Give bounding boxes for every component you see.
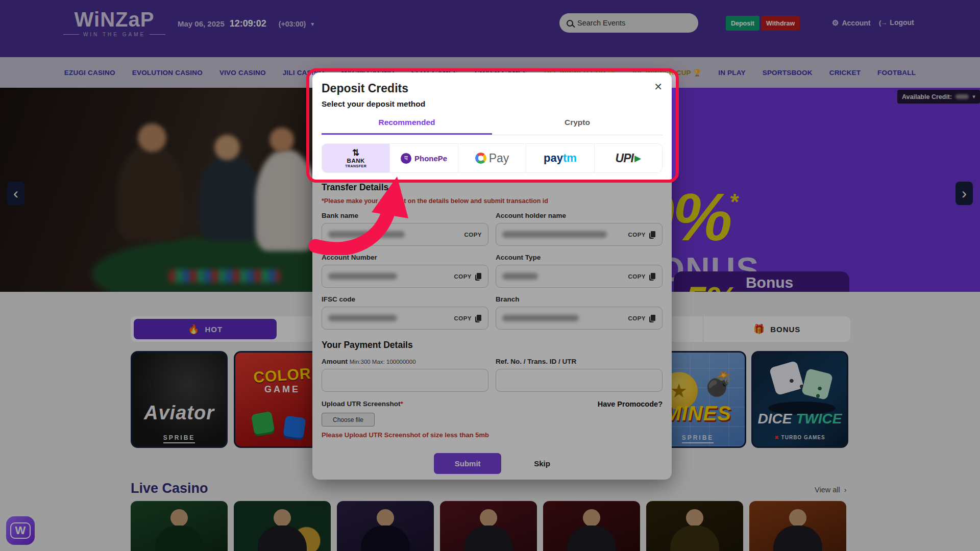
field-amount: Amount Min:300 Max: 100000000 [322,358,488,392]
copy-button[interactable]: COPY [454,314,482,322]
search-bar[interactable] [559,13,698,33]
copy-button[interactable]: COPY [454,272,482,281]
method-gpay[interactable]: Pay [458,144,526,172]
choose-file-button[interactable]: Choose file [322,413,375,427]
copy-button[interactable]: COPY [464,232,482,238]
close-icon[interactable]: ✕ [654,81,663,93]
copy-button[interactable]: COPY [628,314,656,322]
field-account-number: Account Number COPY [322,254,488,288]
method-bank-transfer[interactable]: ⇅ BANK TRANSFER [322,144,390,172]
field-branch: Branch COPY [496,295,663,330]
date-text: May 06, 2025 [178,19,225,28]
tab-crypto[interactable]: Crypto [492,118,663,135]
tab-hot[interactable]: 🔥 HOT [134,319,277,339]
masked-credit-value [955,94,969,99]
upload-warning: Please Upload UTR Screenshot of size les… [322,431,663,439]
amount-hint: Min:300 Max: 100000000 [350,359,416,365]
logo-title: WiNZaP [63,8,165,31]
live-casino-card[interactable] [440,501,537,551]
copy-icon [475,272,482,281]
support-chat-button[interactable]: W [6,516,35,545]
masked-value [328,315,397,321]
logo-tagline: WIN THE GAME [63,32,165,37]
required-asterisk: * [401,400,403,408]
nav-item-evolution-casino[interactable]: EVOLUTION CASINO [132,69,203,77]
account-link[interactable]: ⚙ Account [832,18,870,28]
nav-item-sportsbook[interactable]: SPORTSBOOK [763,69,813,77]
nav-item-in-play[interactable]: IN PLAY [718,69,745,77]
live-casino-title: Live Casino [131,481,208,496]
transfer-fields: Bank name COPY Account holder name COPY … [322,212,663,330]
game-card-dice-twice[interactable]: DICE TWICE ✖ TURBO GAMES [751,351,848,448]
deposit-button[interactable]: Deposit [726,16,760,31]
amount-input[interactable] [322,369,488,392]
chevron-down-icon[interactable]: ▾ [311,20,314,28]
tab-recommended[interactable]: Recommended [322,118,492,135]
copy-icon [649,272,656,281]
game-card-aviator[interactable]: Aviator SPRIBE [131,351,228,448]
masked-value [328,273,397,280]
deposit-modal: Deposit Credits ✕ Select your deposit me… [312,72,672,480]
live-casino-card[interactable] [646,501,743,551]
nav-item-cricket[interactable]: CRICKET [829,69,861,77]
live-casino-card[interactable] [543,501,640,551]
copy-button[interactable]: COPY [628,231,656,239]
logout-icon: (→ [879,19,887,27]
fire-icon: 🔥 [188,323,200,335]
refill-text: BonusOn Each Refill [746,274,838,292]
available-credit-label: Available Credit: [902,93,952,101]
nav-item-ezugi-casino[interactable]: EZUGI CASINO [64,69,115,77]
winzap-logo-icon: W [10,522,31,539]
upload-label: Upload UTR Screenshot* [322,400,403,408]
method-upi[interactable]: UPI ▶ [595,144,662,172]
gift-icon: 🎁 [753,323,765,335]
payment-fields: Amount Min:300 Max: 100000000 Ref. No. /… [322,358,663,392]
chevron-down-icon: ▾ [972,93,975,100]
carousel-next-button[interactable]: › [955,182,973,205]
field-account-holder: Account holder name COPY [496,212,663,246]
green-block [251,411,275,435]
masked-value [502,231,607,238]
copy-icon [475,314,482,322]
top-header: WiNZaP WIN THE GAME May 06, 2025 12:09:0… [0,0,980,57]
site-logo[interactable]: WiNZaP WIN THE GAME [63,8,165,37]
nav-item-football[interactable]: FOOTBALL [877,69,916,77]
logout-link[interactable]: (→ Logout [879,18,914,27]
game-title: Aviator [132,402,226,424]
live-casino-card[interactable] [131,501,228,551]
account-label: Account [842,19,870,27]
carousel-prev-button[interactable]: ‹ [7,182,24,205]
chevron-right-icon: › [844,486,847,494]
masked-value [502,315,579,321]
datetime-display[interactable]: May 06, 2025 12:09:02 (+03:00) ▾ [178,18,314,29]
deposit-method-tabs: Recommended Crypto [322,118,663,135]
bomb-icon: 💣 [704,370,733,397]
promocode-link[interactable]: Have Promocode? [598,400,663,408]
reference-input[interactable] [496,369,663,392]
copy-button[interactable]: COPY [628,272,656,281]
view-all-link[interactable]: View all › [815,486,847,494]
method-phonepe[interactable]: प PhonePe [390,144,458,172]
withdraw-button[interactable]: Withdraw [761,16,800,31]
upi-arrow-icon: ▶ [634,153,641,164]
method-paytm[interactable]: paytm [526,144,594,172]
field-bank-name: Bank name COPY [322,212,488,246]
masked-value [328,231,405,238]
nav-item-vivo-casino[interactable]: VIVO CASINO [219,69,266,77]
skip-button[interactable]: Skip [534,459,550,468]
gear-icon: ⚙ [832,18,839,28]
modal-subtitle: Select your deposit method [322,99,663,109]
payment-methods: ⇅ BANK TRANSFER प PhonePe Pay paytm UPI … [322,143,663,173]
phonepe-icon: प [401,153,411,164]
live-casino-card[interactable] [749,501,846,551]
field-account-type: Account Type COPY [496,254,663,288]
live-casino-row [131,501,846,551]
live-casino-card[interactable] [337,501,434,551]
available-credit-pill[interactable]: Available Credit: ▾ [897,90,980,104]
tab-bonus[interactable]: 🎁 BONUS [703,316,850,342]
blue-block [283,415,306,438]
white-die [769,360,804,395]
search-input[interactable] [577,19,691,27]
live-casino-card[interactable] [234,501,331,551]
submit-button[interactable]: Submit [434,453,501,474]
